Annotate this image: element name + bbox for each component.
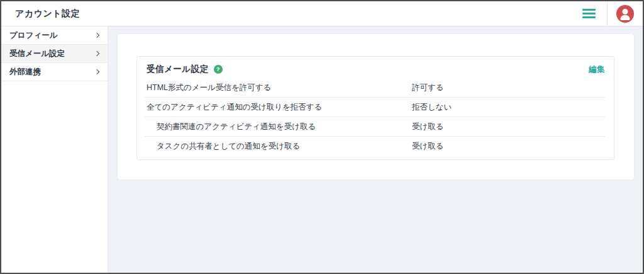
- setting-row-contract-notifications: 契約書関連のアクティビティ通知を受け取る 受け取る: [137, 117, 614, 136]
- help-icon[interactable]: ?: [214, 65, 223, 74]
- settings-card: 受信メール設定 ? 編集 HTML形式のメール受信を許可する 許可する 全てのア…: [118, 34, 634, 180]
- avatar-button[interactable]: [607, 1, 643, 26]
- edit-link[interactable]: 編集: [589, 64, 605, 75]
- setting-label: HTML形式のメール受信を許可する: [137, 83, 412, 93]
- chevron-right-icon: [94, 69, 99, 74]
- sidebar: プロフィール 受信メール設定 外部連携: [1, 26, 108, 273]
- page-body: プロフィール 受信メール設定 外部連携 受信メール設定 ?: [1, 26, 643, 273]
- main-content: 受信メール設定 ? 編集 HTML形式のメール受信を許可する 許可する 全てのア…: [108, 26, 643, 273]
- sidebar-item-label: 受信メール設定: [9, 49, 65, 59]
- setting-value: 受け取る: [412, 122, 444, 132]
- setting-label: 全てのアクティビティ通知の受け取りを拒否する: [137, 102, 412, 113]
- setting-row-task-share-notifications: タスクの共有者としての通知を受け取る 受け取る: [137, 137, 614, 156]
- mail-settings-box: 受信メール設定 ? 編集 HTML形式のメール受信を許可する 許可する 全てのア…: [136, 56, 614, 160]
- setting-value: 受け取る: [412, 141, 444, 152]
- sidebar-item-external-integration[interactable]: 外部連携: [1, 63, 108, 81]
- setting-label: 契約書関連のアクティビティ通知を受け取る: [137, 122, 412, 132]
- header-actions: [570, 1, 643, 26]
- setting-row-reject-all-notifications: 全てのアクティビティ通知の受け取りを拒否する 拒否しない: [137, 98, 614, 117]
- setting-value: 拒否しない: [412, 102, 452, 113]
- sidebar-item-label: 外部連携: [9, 67, 41, 77]
- setting-row-html-mail: HTML形式のメール受信を許可する 許可する: [137, 78, 614, 97]
- sidebar-item-mail-settings[interactable]: 受信メール設定: [1, 45, 108, 63]
- chevron-right-icon: [94, 33, 99, 38]
- chevron-right-icon: [94, 51, 99, 56]
- setting-label: タスクの共有者としての通知を受け取る: [137, 141, 412, 152]
- settings-box-header: 受信メール設定 ? 編集: [137, 57, 614, 78]
- setting-value: 許可する: [412, 83, 444, 93]
- hamburger-menu-icon[interactable]: [570, 1, 607, 26]
- sidebar-item-label: プロフィール: [9, 30, 57, 41]
- sidebar-item-profile[interactable]: プロフィール: [1, 26, 108, 45]
- header: アカウント設定: [1, 1, 643, 26]
- app-window: アカウント設定 プロフィール 受信メール設定: [0, 0, 644, 274]
- settings-box-title: 受信メール設定: [147, 64, 209, 75]
- user-avatar-icon: [616, 5, 634, 23]
- page-title: アカウント設定: [1, 8, 80, 20]
